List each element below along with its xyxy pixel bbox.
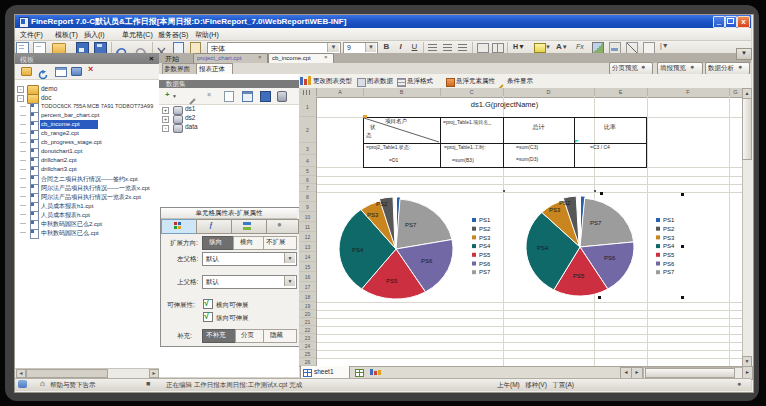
svg-text:PS3: PS3 (549, 207, 561, 213)
svg-text:PS3: PS3 (479, 235, 491, 241)
svg-text:PS5: PS5 (479, 252, 491, 258)
svg-text:PS4: PS4 (537, 245, 549, 251)
svg-text:PS6: PS6 (479, 261, 491, 267)
svg-text:PS2: PS2 (376, 201, 388, 207)
svg-text:PS7: PS7 (405, 222, 417, 228)
svg-text:PS6: PS6 (421, 258, 433, 264)
svg-text:PS3: PS3 (663, 235, 675, 241)
svg-text:PS1: PS1 (663, 217, 675, 223)
svg-text:PS5: PS5 (573, 273, 585, 279)
svg-text:PS7: PS7 (479, 269, 491, 275)
svg-text:PS4: PS4 (352, 247, 364, 253)
svg-text:PS5: PS5 (663, 252, 675, 258)
svg-text:PS6: PS6 (604, 255, 616, 261)
svg-text:PS2: PS2 (663, 226, 675, 232)
svg-text:PS1: PS1 (479, 217, 491, 223)
svg-text:PS7: PS7 (590, 220, 602, 226)
svg-text:PS4: PS4 (479, 243, 491, 249)
svg-text:PS2: PS2 (479, 226, 491, 232)
svg-text:PS4: PS4 (663, 243, 675, 249)
svg-text:PS6: PS6 (663, 261, 675, 267)
svg-text:PS5: PS5 (386, 278, 398, 284)
svg-text:PS3: PS3 (367, 212, 379, 218)
svg-text:PS2: PS2 (559, 200, 571, 206)
svg-text:PS7: PS7 (663, 269, 675, 275)
